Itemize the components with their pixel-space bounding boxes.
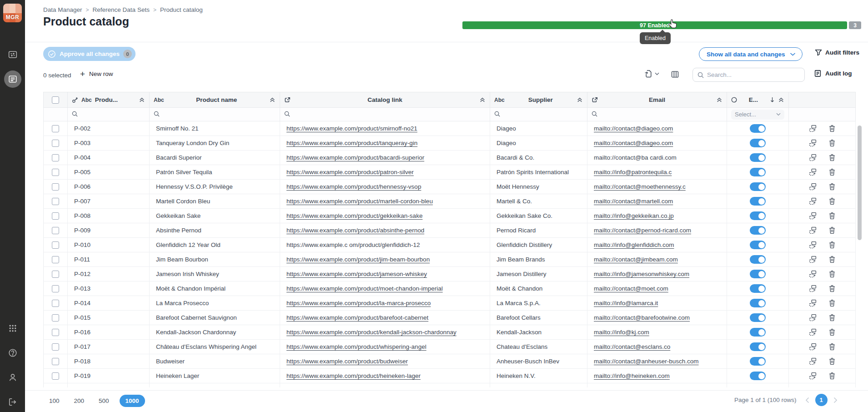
row-select-cell[interactable] bbox=[44, 209, 68, 223]
email-cell[interactable]: mailto://info@heineken.com bbox=[587, 369, 727, 383]
delete-row-button[interactable] bbox=[828, 183, 836, 191]
next-page-button[interactable] bbox=[833, 397, 838, 403]
row-checkbox[interactable] bbox=[52, 372, 59, 380]
column-header-enabled[interactable]: E... bbox=[727, 92, 789, 108]
columns-button[interactable] bbox=[671, 70, 679, 78]
row-select-cell[interactable] bbox=[44, 340, 68, 354]
product-name-cell[interactable]: Gekkeikan Sake bbox=[150, 209, 280, 223]
new-row-button[interactable]: + New row bbox=[80, 70, 113, 78]
supplier-cell[interactable]: Martell & Co. bbox=[490, 194, 587, 209]
enabled-filter-select[interactable]: Select... bbox=[731, 110, 784, 120]
email-link[interactable]: mailto://contact@diageo.com bbox=[594, 140, 673, 146]
row-checkbox[interactable] bbox=[52, 169, 59, 176]
row-select-cell[interactable] bbox=[44, 136, 68, 151]
duplicate-row-button[interactable] bbox=[809, 183, 817, 191]
product-name-cell[interactable]: Moët & Chandon Impérial bbox=[150, 281, 280, 296]
product-id-cell[interactable]: P-015 bbox=[68, 311, 150, 325]
enabled-toggle[interactable] bbox=[750, 197, 766, 206]
delete-row-button[interactable] bbox=[828, 212, 836, 220]
email-link[interactable]: mailto://contact@jimbeam.com bbox=[594, 256, 678, 263]
enabled-segment[interactable]: 97 Enabled bbox=[462, 21, 847, 29]
product-id-cell[interactable]: P-018 bbox=[68, 354, 150, 369]
row-checkbox[interactable] bbox=[52, 241, 59, 249]
email-cell[interactable]: mailto://contact@moethennessy.c bbox=[587, 180, 727, 194]
row-select-cell[interactable] bbox=[44, 121, 68, 136]
email-link[interactable]: mailto://info@patrontequila.c bbox=[594, 169, 672, 176]
row-select-cell[interactable] bbox=[44, 180, 68, 194]
logout-icon[interactable] bbox=[8, 397, 17, 407]
product-id-cell[interactable]: P-017 bbox=[68, 340, 150, 354]
catalog-link-cell[interactable]: https://www.example.com/product/la-marca… bbox=[280, 296, 490, 311]
duplicate-row-button[interactable] bbox=[809, 125, 817, 132]
email-link[interactable]: mailto://contact@esclans.co bbox=[594, 343, 670, 350]
catalog-link-cell[interactable]: https://www.example.com/product/smirnoff… bbox=[280, 121, 490, 136]
email-cell[interactable]: mailto://contact@barefootwine.com bbox=[587, 311, 727, 325]
email-cell[interactable]: mailto://info@jamesonwhiskey.com bbox=[587, 267, 727, 281]
row-checkbox[interactable] bbox=[52, 329, 59, 336]
product-id-cell[interactable]: P-011 bbox=[68, 252, 150, 267]
product-id-cell[interactable]: P-019 bbox=[68, 369, 150, 383]
duplicate-row-button[interactable] bbox=[809, 241, 817, 249]
filter-catalog-link[interactable] bbox=[280, 108, 490, 121]
delete-row-button[interactable] bbox=[828, 226, 836, 234]
delete-row-button[interactable] bbox=[828, 299, 836, 307]
enabled-toggle[interactable] bbox=[750, 241, 766, 249]
catalog-link[interactable]: https://www.example.com/product/martell-… bbox=[286, 198, 433, 205]
supplier-cell[interactable]: Moët Hennessy bbox=[490, 180, 587, 194]
catalog-link[interactable]: https://www.example.com/product/hennessy… bbox=[286, 183, 421, 190]
email-link[interactable]: mailto://contact@moethennessy.c bbox=[594, 183, 686, 190]
product-name-cell[interactable]: Patrón Silver Tequila bbox=[150, 165, 280, 180]
enabled-toggle[interactable] bbox=[750, 226, 766, 235]
email-link[interactable]: mailto://contact@pernod-ricard.com bbox=[594, 227, 691, 234]
product-id-cell[interactable]: P-010 bbox=[68, 238, 150, 252]
delete-row-button[interactable] bbox=[828, 139, 836, 147]
row-checkbox[interactable] bbox=[52, 358, 59, 365]
email-cell[interactable]: mailto://contact@diageo.com bbox=[587, 121, 727, 136]
delete-row-button[interactable] bbox=[828, 197, 836, 205]
row-select-cell[interactable] bbox=[44, 223, 68, 238]
collapse-column-icon[interactable] bbox=[139, 97, 145, 103]
supplier-cell[interactable]: Heineken N.V. bbox=[490, 369, 587, 383]
catalog-link[interactable]: https://www.example.com/product/la-marca… bbox=[286, 300, 431, 306]
supplier-cell[interactable]: Pernod Ricard bbox=[490, 223, 587, 238]
delete-row-button[interactable] bbox=[828, 314, 836, 322]
approve-all-changes-button[interactable]: Approve all changes 0 bbox=[43, 47, 135, 61]
duplicate-row-button[interactable] bbox=[809, 285, 817, 292]
delete-row-button[interactable] bbox=[828, 357, 836, 365]
product-name-cell[interactable]: Heineken Lager bbox=[150, 369, 280, 383]
row-checkbox[interactable] bbox=[52, 227, 59, 234]
delete-row-button[interactable] bbox=[828, 241, 836, 249]
email-cell[interactable]: mailto://contact@martell.com bbox=[587, 194, 727, 209]
product-name-cell[interactable]: Glenfiddich 12 Year Old bbox=[150, 238, 280, 252]
enabled-toggle[interactable] bbox=[750, 139, 766, 147]
help-icon[interactable] bbox=[8, 348, 17, 357]
product-name-cell[interactable]: Jameson Irish Whiskey bbox=[150, 267, 280, 281]
catalog-link[interactable]: https://www.example.com/product/whisperi… bbox=[286, 343, 426, 350]
duplicate-row-button[interactable] bbox=[809, 343, 817, 351]
filter-product-name[interactable] bbox=[150, 108, 280, 121]
enabled-toggle[interactable] bbox=[750, 357, 766, 366]
current-page-button[interactable]: 1 bbox=[815, 394, 828, 406]
email-link[interactable]: mailto://info@heineken.com bbox=[594, 372, 670, 379]
column-header-product-id[interactable]: Abc Produ... bbox=[68, 92, 150, 108]
delete-row-button[interactable] bbox=[828, 372, 836, 380]
email-cell[interactable]: mailto://info@kj.com bbox=[587, 325, 727, 340]
product-id-cell[interactable]: P-006 bbox=[68, 180, 150, 194]
apps-grid-icon[interactable] bbox=[8, 324, 17, 333]
row-select-cell[interactable] bbox=[44, 281, 68, 296]
catalog-link-cell[interactable]: https://www.example.com/product/martell-… bbox=[280, 194, 490, 209]
catalog-link[interactable]: https://www.example.com/product/gekkeika… bbox=[286, 212, 422, 219]
email-link[interactable]: mailto://info@lamarca.it bbox=[594, 300, 658, 306]
supplier-cell[interactable]: Jameson Distillery bbox=[490, 267, 587, 281]
row-select-cell[interactable] bbox=[44, 267, 68, 281]
product-name-cell[interactable]: La Marca Prosecco bbox=[150, 296, 280, 311]
delete-row-button[interactable] bbox=[828, 256, 836, 263]
select-all-header[interactable] bbox=[44, 92, 68, 108]
catalog-link-cell[interactable]: https://www.example.com/product/absinthe… bbox=[280, 223, 490, 238]
product-id-cell[interactable]: P-007 bbox=[68, 194, 150, 209]
product-id-cell[interactable]: P-005 bbox=[68, 165, 150, 180]
export-button[interactable] bbox=[644, 70, 659, 78]
enabled-toggle[interactable] bbox=[750, 328, 766, 337]
duplicate-row-button[interactable] bbox=[809, 168, 817, 176]
product-id-cell[interactable]: P-003 bbox=[68, 136, 150, 151]
